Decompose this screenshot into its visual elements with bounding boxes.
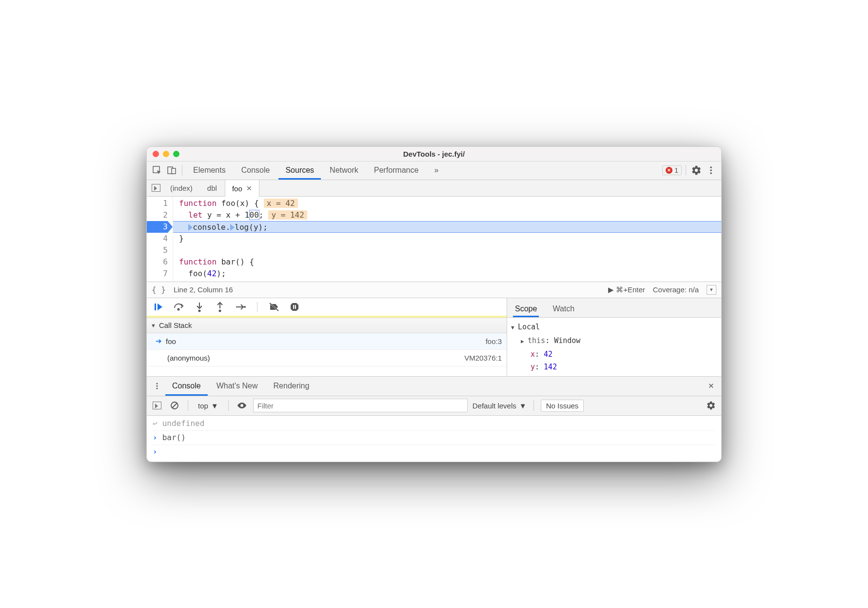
call-stack-frame[interactable]: ➔ foo foo:3 [147, 333, 507, 350]
step-over-icon[interactable] [173, 301, 185, 313]
pretty-print-icon[interactable]: { } [152, 285, 166, 294]
inspect-element-icon[interactable] [151, 164, 163, 177]
line-number[interactable]: 1 [147, 198, 168, 209]
resume-icon[interactable] [153, 301, 164, 313]
line-number[interactable]: 7 [147, 268, 168, 280]
drawer-kebab-icon[interactable] [151, 380, 163, 392]
line-number[interactable]: 4 [147, 233, 168, 244]
device-toolbar-icon[interactable] [165, 164, 178, 177]
svg-point-8 [198, 309, 201, 312]
source-tabs-bar: (index) dbl foo ✕ [147, 180, 721, 197]
scope-local-header[interactable]: ▼Local [511, 321, 721, 334]
svg-point-17 [157, 388, 158, 389]
svg-point-4 [710, 169, 712, 171]
scope-body: ▼Local ▶this: Window x: 42 y: 142 [507, 318, 721, 376]
cursor-position: Line 2, Column 16 [174, 285, 233, 294]
console-toolbar: top ▼ Default levels ▼ No Issues [147, 396, 721, 416]
error-icon [666, 167, 672, 174]
drawer-tab-console[interactable]: Console [165, 376, 208, 396]
window-title: DevTools - jec.fyi/ [147, 150, 721, 158]
live-expression-icon[interactable] [236, 399, 248, 412]
devtools-window: DevTools - jec.fyi/ Elements Console Sou… [146, 146, 722, 462]
console-result-row: ↪ undefined [153, 417, 715, 431]
console-output[interactable]: ↪ undefined › bar() › [147, 416, 721, 462]
frame-name: (anonymous) [167, 354, 210, 362]
debugger-right-pane: Scope Watch ▼Local ▶this: Window x: 42 y… [507, 298, 721, 376]
current-frame-icon: ➔ [156, 337, 162, 345]
svg-line-19 [172, 403, 177, 408]
debugger-panes: ▼Call Stack ➔ foo foo:3 (anonymous) VM20… [147, 298, 721, 377]
svg-point-7 [178, 308, 180, 310]
disclosure-triangle-icon: ▼ [511, 322, 518, 334]
source-tab-dbl[interactable]: dbl [200, 180, 224, 196]
console-filter-input[interactable] [253, 399, 468, 412]
console-input-row: › bar() [153, 431, 715, 445]
console-settings-icon[interactable] [705, 399, 717, 412]
tab-watch[interactable]: Watch [551, 304, 576, 317]
line-gutter[interactable]: 1 2 3 4 5 6 7 [147, 197, 173, 282]
clear-console-icon[interactable] [168, 399, 181, 412]
code-editor[interactable]: 1 2 3 4 5 6 7 function foo(x) {x = 42 le… [147, 197, 721, 282]
settings-icon[interactable] [690, 164, 703, 177]
line-number[interactable]: 5 [147, 244, 168, 256]
code-status-bar: { } Line 2, Column 16 ▶ ⌘+Enter Coverage… [147, 282, 721, 298]
inline-value-hint: x = 42 [264, 199, 298, 208]
disclosure-triangle-icon: ▶ [521, 335, 528, 348]
code-line [179, 244, 721, 256]
tab-network[interactable]: Network [323, 161, 365, 180]
inline-value-hint: y = 142 [268, 210, 307, 220]
line-number[interactable]: 6 [147, 256, 168, 268]
tab-performance[interactable]: Performance [367, 161, 426, 180]
step-into-icon[interactable] [194, 301, 205, 313]
log-levels-selector[interactable]: Default levels ▼ [473, 402, 527, 410]
scope-var-row[interactable]: x: 42 [511, 348, 721, 361]
code-line: let y = x + 100;y = 142 [179, 209, 721, 221]
show-navigator-icon[interactable] [150, 182, 162, 194]
close-tab-icon[interactable]: ✕ [246, 184, 252, 192]
disclosure-triangle-icon: ▼ [151, 323, 156, 328]
code-lines[interactable]: function foo(x) {x = 42 let y = x + 100;… [173, 197, 721, 282]
console-prompt-row[interactable]: › [153, 445, 715, 459]
code-line: function foo(x) {x = 42 [179, 198, 721, 209]
call-stack-header[interactable]: ▼Call Stack [147, 318, 507, 333]
tab-elements[interactable]: Elements [186, 161, 233, 180]
error-count-badge[interactable]: 1 [662, 165, 682, 175]
prompt-icon: › [153, 445, 158, 459]
tab-console[interactable]: Console [235, 161, 277, 180]
tab-scope[interactable]: Scope [513, 304, 539, 317]
pause-on-exceptions-icon[interactable] [289, 301, 300, 313]
svg-point-9 [219, 309, 221, 312]
tabs-overflow-button[interactable]: » [427, 161, 445, 180]
tab-sources[interactable]: Sources [278, 161, 321, 180]
code-line-current: console.log(y); [173, 221, 721, 233]
coverage-dropdown-icon[interactable] [707, 285, 716, 295]
scope-var-row[interactable]: y: 142 [511, 361, 721, 373]
return-arrow-icon: ↪ [153, 417, 158, 430]
code-line: } [179, 233, 721, 244]
drawer-tab-whatsnew[interactable]: What's New [210, 376, 265, 396]
prompt-icon: › [153, 431, 158, 445]
drawer-tab-rendering[interactable]: Rendering [267, 376, 316, 396]
source-tab-foo[interactable]: foo ✕ [225, 180, 259, 197]
context-selector[interactable]: top ▼ [195, 402, 221, 410]
svg-point-3 [710, 166, 712, 168]
deactivate-breakpoints-icon[interactable] [268, 301, 280, 313]
kebab-menu-icon[interactable] [705, 164, 717, 177]
step-icon[interactable] [235, 301, 246, 313]
console-input-text: bar() [162, 431, 186, 445]
step-out-icon[interactable] [214, 301, 226, 313]
run-snippet-button[interactable]: ▶ ⌘+Enter [608, 285, 645, 294]
error-count: 1 [674, 166, 678, 174]
line-number-execution[interactable]: 3 [147, 221, 168, 233]
call-stack-frame[interactable]: (anonymous) VM20376:1 [147, 350, 507, 366]
source-tab-index[interactable]: (index) [163, 180, 199, 196]
scope-this-row[interactable]: ▶this: Window [511, 334, 721, 348]
line-number[interactable]: 2 [147, 209, 168, 221]
debugger-left-pane: ▼Call Stack ➔ foo foo:3 (anonymous) VM20… [147, 298, 507, 376]
titlebar: DevTools - jec.fyi/ [147, 147, 721, 162]
console-sidebar-toggle-icon[interactable] [151, 399, 163, 412]
separator [257, 302, 257, 312]
close-drawer-icon[interactable]: ✕ [705, 380, 717, 392]
issues-button[interactable]: No Issues [541, 400, 584, 412]
step-marker-icon [188, 224, 193, 231]
